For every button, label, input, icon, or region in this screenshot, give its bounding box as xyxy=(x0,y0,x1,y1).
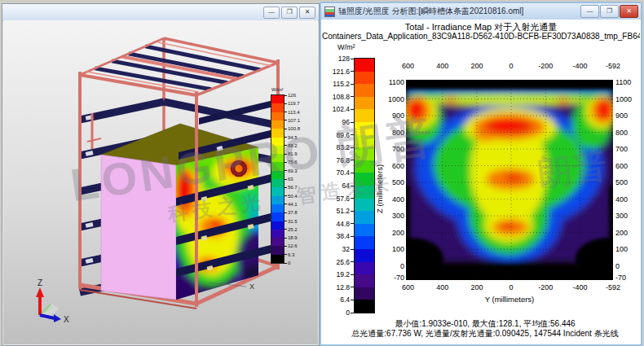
viewport-colorbar-tick-label: 18.9 xyxy=(284,235,298,240)
close-button[interactable]: ✕ xyxy=(299,7,315,19)
colorbar-tick-label: 25.6 xyxy=(321,258,354,266)
viewport-colorbar-segment xyxy=(271,230,284,239)
viewport-colorbar-tick-label: 69.3 xyxy=(284,169,298,173)
minimize-button[interactable]: — xyxy=(580,5,599,18)
x-axis-tick-label-bottom: -200 xyxy=(532,283,559,291)
colorbar-unit: W/m² xyxy=(337,43,355,51)
viewport-colorbar-tick-label: 12.6 xyxy=(284,243,298,248)
viewport-colorbar-tick-label: 94.5 xyxy=(284,135,298,140)
x-axis-tick-label-bottom: 400 xyxy=(429,283,457,291)
viewport-colorbar-tick-label: 107.1 xyxy=(284,118,300,123)
viewport-colorbar-segment xyxy=(271,221,284,230)
viewport-colorbar-bar xyxy=(271,95,284,263)
colorbar-tick-label: 76.8 xyxy=(321,156,354,164)
heatmap-canvas xyxy=(406,80,613,280)
colorbar-tick-label: 51.2 xyxy=(321,207,354,215)
viewport-colorbar-segment xyxy=(271,204,284,213)
model-3d-viewport[interactable]: X Z X W/m² 126119.7113.4107.1100.894.588… xyxy=(3,20,318,344)
viewport-colorbar-segment xyxy=(271,187,284,196)
y-axis-tick-label-right: 200 xyxy=(615,229,628,237)
x-axis-tick-label-top: 200 xyxy=(463,62,491,70)
chart-subtitle: Containers_Data_Application_83C9A118-D56… xyxy=(322,32,640,41)
y-axis-tick-label-right: 800 xyxy=(615,129,628,137)
viewport-colorbar-segment xyxy=(271,212,284,221)
viewport-colorbar-tick-label: 113.4 xyxy=(284,110,300,115)
viewport-colorbar-tick-label: 126 xyxy=(284,93,296,98)
viewport-colorbar-segment xyxy=(271,196,284,205)
viewport-colorbar-tick-label: 63 xyxy=(284,177,293,182)
y-axis-tick-label-left: 200 xyxy=(368,229,404,237)
x-axis-tick-label-top: 0 xyxy=(497,62,525,70)
colorbar-tick-label: 44.8 xyxy=(321,220,354,228)
colorbar-tick-label: 38.4 xyxy=(321,232,354,240)
y-axis-tick-label-right: 700 xyxy=(615,145,628,153)
y-axis-tick-label-right: 600 xyxy=(615,162,628,170)
x-axis-tick-label-bottom: 600 xyxy=(395,283,422,291)
y-axis-tick-label-left: 1000 xyxy=(368,95,404,103)
x-axis-tick-label-top: -592 xyxy=(599,62,627,70)
container-front-face xyxy=(101,155,176,300)
colorbar-segment xyxy=(355,300,374,313)
viewport-colorbar-segment xyxy=(271,255,284,264)
model-view-window: — ❐ ✕ xyxy=(2,3,320,346)
viewport-colorbar-segment xyxy=(271,179,284,188)
y-axis-tick-label-left: 300 xyxy=(368,212,404,220)
viewport-colorbar-tick-label: 81.9 xyxy=(284,151,298,156)
irradiance-map-client: Total - Irradiance Map 对于入射光通量 Container… xyxy=(321,20,641,344)
viewport-colorbar-segment xyxy=(271,171,284,180)
colorbar-tick-label: 70.4 xyxy=(321,169,354,177)
viewport-colorbar-segment xyxy=(271,120,284,129)
colorbar-tick-label: 57.6 xyxy=(321,195,354,203)
y-axis-tick-label-left: 1100 xyxy=(368,78,404,86)
x-axis-tick-label-top: 400 xyxy=(429,62,457,70)
dimension-label: X xyxy=(249,282,254,291)
colorbar-tick-label: 102.4 xyxy=(321,105,354,113)
model-window-titlebar[interactable]: — ❐ ✕ xyxy=(2,4,319,21)
x-axis-tick-label-bottom: 0 xyxy=(497,283,525,291)
y-axis-tick-label-left: 900 xyxy=(368,112,404,120)
x-axis-tick-label-bottom: -400 xyxy=(566,283,593,291)
y-axis-tick-label-right: 300 xyxy=(615,212,628,220)
viewport-colorbar-segment xyxy=(271,103,284,112)
close-button[interactable]: ✕ xyxy=(620,5,638,18)
restore-button[interactable]: ❐ xyxy=(281,7,298,19)
y-axis-tick-label-left: 600 xyxy=(368,162,404,170)
colorbar-tick-label: 89.6 xyxy=(321,131,354,139)
z-axis-label: Z xyxy=(37,278,42,287)
y-axis-tick-label-left: -70 xyxy=(368,274,404,282)
y-axis-tick-label-right: 0 xyxy=(615,262,620,270)
viewport-colorbar-tick-label: 56.7 xyxy=(284,185,298,190)
viewport-colorbar-segment xyxy=(271,95,284,104)
irradiance-window-title: 辐照度/光照度 分析图:[瞬時槽体条盖20210816.oml] xyxy=(338,6,523,17)
x-axis-tick-label-top: 600 xyxy=(395,62,422,70)
viewport-colorbar-tick-label: 50.4 xyxy=(284,194,298,199)
viewport-colorbar-tick-label: 88.2 xyxy=(284,143,298,148)
colorbar-tick-label: 12.8 xyxy=(321,283,354,291)
colorbar-tick-label: 6.4 xyxy=(321,296,354,304)
y-axis-title: Z (millimeters) xyxy=(375,164,384,213)
viewport-colorbar-tick-label: 37.8 xyxy=(284,210,298,215)
viewport-colorbar-tick-label: 0 xyxy=(284,261,290,265)
y-axis-tick-label-left: 800 xyxy=(368,129,404,137)
irradiance-window-titlebar[interactable]: 辐照度/光照度 分析图:[瞬時槽体条盖20210816.oml] — ❐ ✕ xyxy=(321,3,641,20)
colorbar-segment xyxy=(355,59,374,72)
viewport-colorbar-segment xyxy=(271,138,284,147)
colorbar-tick-label: 108.8 xyxy=(321,93,354,101)
x-axis-label: X xyxy=(64,315,69,324)
minimize-button[interactable]: — xyxy=(263,7,280,19)
viewport-colorbar-tick-label: 119.7 xyxy=(284,101,300,106)
viewport-colorbar-tick-label: 75.6 xyxy=(284,160,298,164)
colorbar-tick-label: 121.6 xyxy=(321,68,354,76)
desktop: { "left_window": { "title": "", "control… xyxy=(0,0,644,346)
viewport-colorbar-tick-label: 100.8 xyxy=(284,126,300,131)
restore-button[interactable]: ❐ xyxy=(600,5,619,18)
viewport-colorbar-segment xyxy=(271,154,284,163)
viewport-colorbar-tick-label: 25.2 xyxy=(284,227,298,232)
colorbar-tick-label: 128 xyxy=(321,55,354,63)
colorbar-tick-label: 115.2 xyxy=(321,80,354,88)
y-axis-tick-label-left: 400 xyxy=(368,195,404,204)
x-axis-title: Y (millimeters) xyxy=(406,295,613,304)
irradiance-map-window: 辐照度/光照度 分析图:[瞬時槽体条盖20210816.oml] — ❐ ✕ T… xyxy=(320,2,642,346)
x-axis-tick-label-top: -400 xyxy=(566,62,593,70)
y-axis-tick-label-right: 900 xyxy=(615,112,628,120)
